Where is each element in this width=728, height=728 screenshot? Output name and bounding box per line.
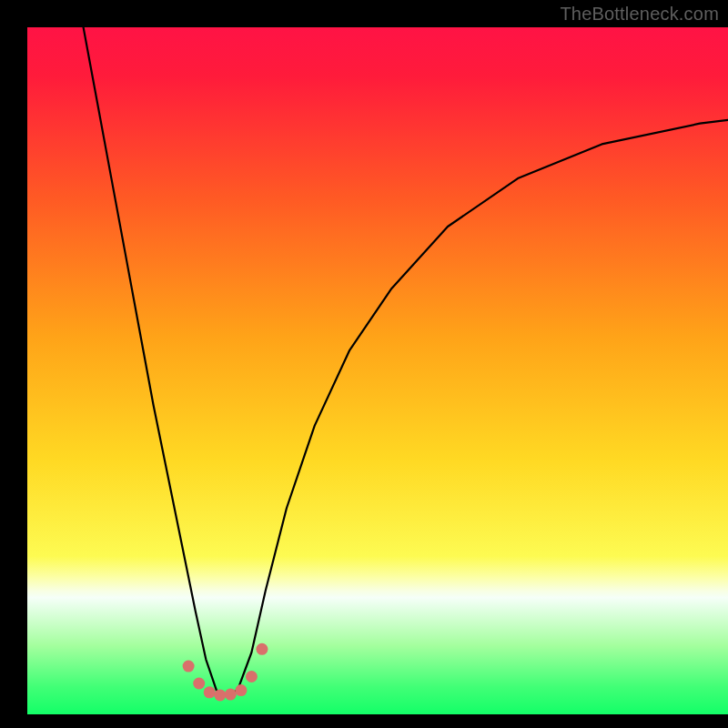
trough-dot [225,689,237,701]
plot-background [27,27,728,714]
watermark-label: TheBottleneck.com [560,4,719,25]
trough-dot [246,671,258,682]
trough-dot [183,661,195,672]
trough-dot [193,678,205,690]
trough-dot [204,686,216,698]
trough-dot [214,689,226,701]
chart-stage: TheBottleneck.com [0,0,728,728]
trough-dot [235,684,247,696]
bottleneck-plot [0,0,728,728]
trough-dot [256,643,268,655]
